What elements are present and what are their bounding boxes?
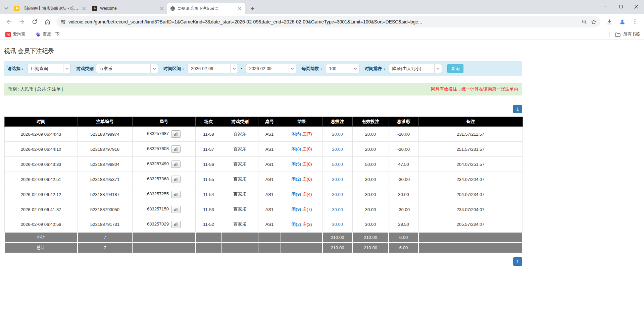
maximize-button[interactable] xyxy=(613,0,629,13)
round-result-button[interactable] xyxy=(171,130,181,138)
col-header-table-no: 桌号 xyxy=(258,117,281,127)
query-type-select[interactable]: 日期查询 xyxy=(27,64,71,73)
total-cell-5 xyxy=(258,243,281,253)
result-banker: 庄(7) xyxy=(302,207,312,212)
result-player: 闲(2) xyxy=(291,222,301,227)
round-result-button[interactable] xyxy=(171,161,181,168)
result-chart-icon xyxy=(174,207,178,212)
col-header-time: 时间 xyxy=(4,117,78,127)
round-result-button[interactable] xyxy=(171,221,181,228)
cell-valid-bet: 30.00 xyxy=(352,217,389,232)
welcome-favicon-icon xyxy=(92,6,97,11)
cell-note: 204.07/251.57 xyxy=(418,157,523,172)
cell-time: 2026-02-09 06:44:43 xyxy=(4,127,78,142)
close-icon[interactable] xyxy=(237,6,242,11)
filter-bar: 请选择： 日期查询 游戏类别 百家乐 时间区间： 2026-02-09 ~ 20… xyxy=(4,61,522,76)
total-bet-link[interactable]: 30.00 xyxy=(332,207,343,212)
page-size-label: 每页笔数： xyxy=(302,66,324,72)
total-cell-7: 210.00 xyxy=(323,243,352,253)
cell-session: 11-56 xyxy=(195,157,222,172)
result-banker: 庄(0) xyxy=(302,146,312,151)
cell-game-type: 百家乐 xyxy=(222,142,258,157)
all-bookmarks-label: 所有书签 xyxy=(623,31,640,37)
back-icon[interactable] xyxy=(3,16,15,27)
cell-session: 11-53 xyxy=(195,202,222,217)
site-settings-icon[interactable] xyxy=(60,19,66,24)
bet-record-row: 2026-02-09 06:44:10523188797916683257608… xyxy=(4,142,523,157)
cell-valid-bet: 30.00 xyxy=(352,187,389,202)
close-icon[interactable] xyxy=(159,6,164,11)
tab-title: 【新提醒】海燕策略论坛 - 综合... xyxy=(22,6,79,11)
total-bet-link[interactable]: 30.00 xyxy=(332,192,343,197)
cell-note: 231.57/211.57 xyxy=(418,127,523,142)
menu-dots-icon[interactable] xyxy=(629,16,641,27)
cell-session: 11-58 xyxy=(195,127,222,142)
tab-bet-records[interactable]: :::视讯 会员下注纪录::: xyxy=(167,3,245,14)
total-cell-6 xyxy=(281,243,323,253)
round-result-button[interactable] xyxy=(171,176,181,183)
bookmark-star-icon[interactable] xyxy=(589,17,598,26)
page-content: 视讯 会员下注纪录 请选择： 日期查询 游戏类别 百家乐 时间区间： 2026-… xyxy=(4,40,522,266)
baidu-paw-icon xyxy=(36,32,41,37)
pagination-bottom: 1 xyxy=(4,257,522,266)
round-number: 683257687 xyxy=(147,131,169,136)
total-bet-link[interactable]: 30.00 xyxy=(332,177,343,182)
page-title: 视讯 会员下注纪录 xyxy=(4,47,522,55)
date-end-input[interactable]: 2026-02-09 xyxy=(246,64,296,73)
forward-icon[interactable] xyxy=(16,16,28,27)
query-type-label: 请选择： xyxy=(7,66,25,72)
downloads-icon[interactable] xyxy=(604,16,615,27)
page-1-button[interactable]: 1 xyxy=(513,105,522,113)
bookmark-aitaobao[interactable]: 淘 爱淘宝 xyxy=(4,30,27,39)
page-size-select[interactable]: 100 xyxy=(326,64,359,73)
result-chart-icon xyxy=(174,177,178,182)
page-1-button[interactable]: 1 xyxy=(513,257,522,266)
cell-valid-bet: 20.00 xyxy=(352,127,389,142)
address-bar[interactable]: videoie.com/game/betrecord_search/kind3?… xyxy=(56,16,600,27)
summary-left-text: 币别 : 人民币 | 总共 :7 注单 | xyxy=(8,86,63,92)
total-bet-link[interactable]: 50.00 xyxy=(332,162,343,167)
result-banker: 庄(4) xyxy=(302,192,312,197)
cell-bet-id: 523188797916 xyxy=(78,142,132,157)
profile-avatar-icon[interactable] xyxy=(616,16,628,27)
round-result-button[interactable] xyxy=(171,191,181,198)
close-icon[interactable] xyxy=(81,6,87,11)
total-cell-3 xyxy=(195,243,222,253)
result-chart-icon xyxy=(174,147,178,152)
bookmark-label: 百度一下 xyxy=(43,31,60,37)
game-type-select[interactable]: 百家乐 xyxy=(96,64,158,73)
cell-time: 2026-02-09 06:40:56 xyxy=(4,217,78,232)
close-window-button[interactable] xyxy=(629,0,644,13)
cell-table-no: AS1 xyxy=(258,187,281,202)
total-bet-link[interactable]: 20.00 xyxy=(332,132,343,137)
bookmark-baidu[interactable]: 百度一下 xyxy=(34,30,61,39)
tab-search-chevron-icon[interactable] xyxy=(1,3,11,14)
date-separator: ~ xyxy=(241,66,243,71)
reload-icon[interactable] xyxy=(29,16,40,27)
date-start-input[interactable]: 2026-02-09 xyxy=(188,64,238,73)
round-result-button[interactable] xyxy=(171,145,181,153)
bet-record-row: 2026-02-09 06:44:43523188798974683257687… xyxy=(4,127,523,142)
tab-welcome[interactable]: Welcome xyxy=(89,3,167,14)
total-bet-link[interactable]: 30.00 xyxy=(332,222,343,227)
all-bookmarks[interactable]: 所有书签 xyxy=(609,31,640,37)
cell-session: 11-54 xyxy=(195,187,222,202)
subtotal-cell-2 xyxy=(132,232,195,243)
globe-icon xyxy=(170,6,175,11)
date-start-value: 2026-02-09 xyxy=(188,64,230,73)
cell-valid-bet: 30.00 xyxy=(352,172,389,187)
sort-order-select[interactable]: 降幂(由大到小) xyxy=(389,64,442,73)
subtotal-cell-4 xyxy=(222,232,258,243)
new-tab-button[interactable] xyxy=(248,4,257,13)
minimize-button[interactable] xyxy=(598,0,613,13)
round-number: 683257029 xyxy=(147,221,169,227)
tab-forum[interactable]: 【新提醒】海燕策略论坛 - 综合... xyxy=(11,3,89,14)
cell-session: 11-57 xyxy=(195,142,222,157)
cell-result: 闲(2) 庄(3) xyxy=(281,217,323,232)
search-button[interactable]: 查询 xyxy=(447,64,463,73)
total-bet-link[interactable]: 20.00 xyxy=(332,147,343,152)
round-result-button[interactable] xyxy=(171,206,181,213)
zoom-icon[interactable] xyxy=(580,17,589,26)
cell-time: 2026-02-09 06:42:12 xyxy=(4,187,78,202)
home-icon[interactable] xyxy=(42,16,53,27)
